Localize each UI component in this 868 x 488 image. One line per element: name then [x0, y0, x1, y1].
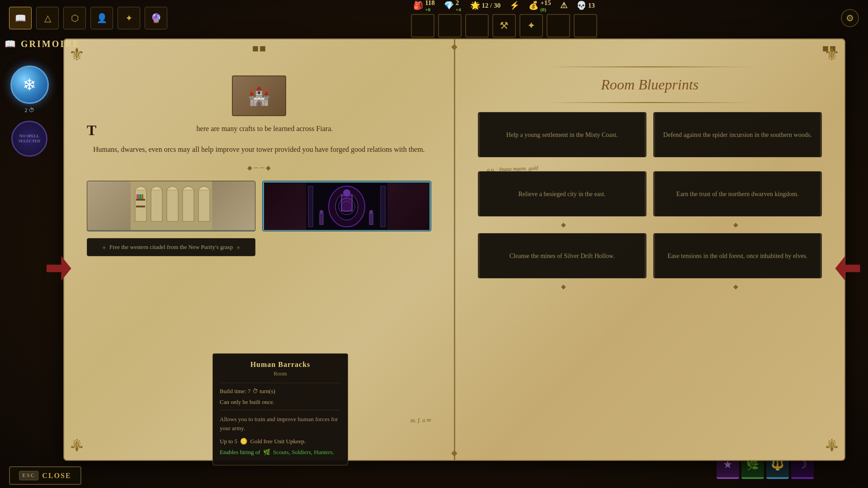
hiring-units: Scouts, Soldiers, Hunters.	[273, 449, 334, 455]
svg-rect-10	[140, 194, 142, 199]
mission-card-2[interactable]: Defend against the spider incursion in t…	[653, 112, 822, 157]
tooltip-divider-2	[220, 410, 341, 410]
hud-stat-lightning: ⚡	[509, 0, 519, 10]
gold-value: +15	[540, 0, 551, 7]
mission-card-5[interactable]: Cleanse the mines of Silver Drift Hollow…	[478, 233, 646, 278]
grimoire-title: Grimoire	[21, 39, 80, 49]
mission-text-3: Relieve a besieged city in the east.	[519, 189, 606, 199]
hud-stat-mana: 🌟 12 / 30	[470, 0, 501, 10]
nav-arrow-left[interactable]	[45, 255, 72, 282]
hud-slot-7[interactable]	[574, 14, 597, 38]
build-time-icon: ⏱	[252, 388, 259, 394]
page-diamonds-bottom: ◆ ◆	[478, 281, 822, 293]
hud-nav-star[interactable]: ✦	[118, 7, 140, 29]
left-arrow-shape	[47, 256, 71, 281]
hud-nav-orb[interactable]: 🔮	[145, 7, 167, 29]
tooltip-gold: Up to 5 🪙 Gold free Unit Upkeep.	[220, 437, 341, 446]
right-arrow-shape	[835, 256, 860, 281]
book-title: Room Blueprints	[478, 76, 822, 93]
room-card-barracks-img	[263, 181, 430, 231]
svg-rect-21	[320, 213, 323, 225]
spell-orb[interactable]: NO SPELL SELECTED	[11, 121, 47, 157]
mission-card-6[interactable]: Ease tensions in the old forest, once in…	[653, 233, 822, 278]
diamond-3: ◆	[733, 221, 738, 229]
mission-text-2: Defend against the spider incursion in t…	[663, 130, 812, 140]
mission-text-4: Earn the trust of the northern dwarven k…	[676, 189, 799, 199]
hud-stat-gem: 💎 2 +4	[444, 0, 461, 12]
castle-image: 🏰	[232, 75, 286, 116]
tooltip-title: Human Barracks	[220, 361, 341, 369]
frost-orb-level: 2 ⏱	[25, 107, 34, 114]
grimoire-icon: 📖	[5, 38, 17, 49]
settings-button[interactable]: ⚙	[841, 9, 859, 27]
hud-nav-icons: 📖 △ ⬡ 👤 ✦ 🔮	[9, 7, 167, 29]
mana-icon: 🌟	[470, 0, 480, 10]
svg-point-24	[369, 210, 373, 214]
tooltip-hiring: Enables hiring of 🌿 Scouts, Soldiers, Hu…	[220, 448, 341, 457]
svg-rect-3	[167, 190, 178, 221]
hud-slot-6[interactable]	[547, 14, 570, 38]
intro-text: here are many crafts to be learned acros…	[197, 125, 333, 132]
grimoire-label: 📖 Grimoire	[5, 38, 80, 49]
svg-rect-6	[136, 199, 145, 201]
gold-icon: 💰	[528, 0, 538, 10]
hud-slot-2[interactable]	[438, 14, 462, 38]
hud-slot-tools[interactable]: ⚒	[492, 14, 516, 38]
room-card-library[interactable]	[87, 181, 255, 231]
hud-stat-bag: 🎒 118 +0	[413, 0, 435, 12]
svg-rect-5	[198, 190, 210, 221]
svg-rect-9	[138, 194, 140, 199]
room-card-barracks[interactable]	[262, 181, 431, 231]
hud-stat-gold: 💰 +15 (0)	[528, 0, 551, 12]
close-label: Close	[42, 472, 71, 480]
mission-text-1: Help a young settlement in the Misty Coa…	[506, 130, 618, 140]
frost-orb[interactable]: ❄	[10, 66, 49, 104]
hud-nav-book[interactable]: 📖	[9, 7, 32, 29]
sq2	[260, 46, 265, 52]
sq1	[253, 46, 258, 52]
mission-card-3[interactable]: Relieve a besieged city in the east.	[478, 171, 646, 216]
hud-slots: ⚒ ✦	[411, 14, 597, 38]
hud-nav-person[interactable]: 👤	[90, 7, 113, 29]
body-text: Humans, dwarves, even orcs may all help …	[93, 145, 425, 153]
mission-text-5: Cleanse the mines of Silver Drift Hollow…	[509, 251, 615, 261]
room-cards-grid: ◈ Free the western citadel from the New …	[87, 181, 431, 256]
diamond-5: ◆	[733, 283, 738, 291]
hud-stat-warning: ⚠	[560, 0, 567, 10]
svg-rect-20	[381, 186, 385, 227]
svg-rect-7	[136, 206, 145, 207]
hud-stat-skull: 💀 13	[576, 0, 595, 10]
hud-slot-magic[interactable]: ✦	[519, 14, 543, 38]
handwriting-right-1: g.o. · fmata mgem. guld	[486, 155, 813, 173]
barracks-svg	[306, 182, 387, 231]
room-card-citadel[interactable]: ◈ Free the western citadel from the New …	[87, 238, 255, 256]
title-divider-top	[547, 66, 753, 67]
close-button[interactable]: Esc Close	[9, 466, 81, 485]
gold-sub: (0)	[540, 7, 551, 12]
bag-icon: 🎒	[413, 0, 423, 10]
hud-slot-1[interactable]	[411, 14, 434, 38]
hud-right: ⚙	[841, 9, 859, 27]
mission-text-6: Ease tensions in the old forest, once in…	[667, 251, 807, 261]
mission-card-4[interactable]: Earn the trust of the northern dwarven k…	[653, 171, 822, 216]
hud-slot-3[interactable]	[465, 14, 489, 38]
tooltip-subtitle: Room	[220, 371, 341, 377]
hud-nav-triangle[interactable]: △	[36, 7, 59, 29]
nav-arrow-right[interactable]	[834, 255, 861, 282]
hud-center: 🎒 118 +0 💎 2 +4 🌟 12 / 30 ⚡	[167, 0, 841, 38]
bag-value: 118	[425, 0, 435, 7]
title-divider-bottom	[547, 102, 753, 103]
diamond-2: ◆	[561, 221, 566, 229]
hud-nav-hex[interactable]: ⬡	[63, 7, 86, 29]
mission-grid: Help a young settlement in the Misty Coa…	[478, 112, 822, 157]
mission-grid-2: Relieve a besieged city in the east. Ear…	[478, 171, 822, 216]
mission-card-1[interactable]: Help a young settlement in the Misty Coa…	[478, 112, 646, 157]
page-squares-left	[253, 46, 265, 52]
dropcap: T	[87, 123, 96, 137]
tooltip-popup: Human Barracks Room Build time: 7 ⏱ turn…	[212, 353, 348, 465]
tooltip-divider-1	[220, 383, 341, 383]
bag-sub: +0	[425, 7, 435, 12]
gem-icon: 💎	[444, 0, 454, 10]
no-spell-text: NO SPELL SELECTED	[13, 134, 46, 144]
page-diamonds-row: ◆ ◆	[478, 219, 822, 231]
